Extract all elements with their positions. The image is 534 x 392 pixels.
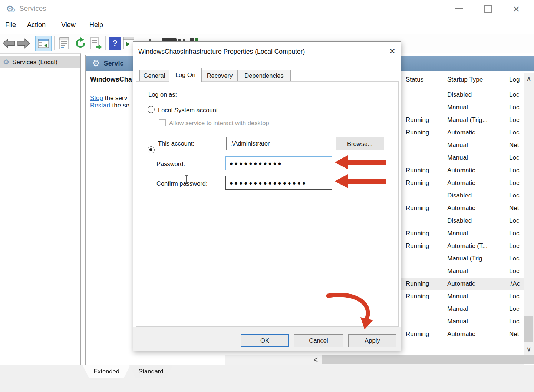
account-input[interactable]: .\Administrator <box>226 137 330 150</box>
tab-extended[interactable]: Extended <box>82 365 131 378</box>
cell-status: Running <box>406 202 445 215</box>
vertical-scrollbar[interactable]: ∧ ∨ <box>524 73 534 355</box>
cell-startup-type: Automatic <box>447 278 507 290</box>
cell-status: Running <box>406 164 445 177</box>
cell-log-on-as: Loc <box>509 315 524 328</box>
cancel-button[interactable]: Cancel <box>294 334 343 347</box>
password-input[interactable]: ●●●●●●●●●●● <box>225 156 332 170</box>
confirm-password-input[interactable]: ●●●●●●●●●●●●●●●● <box>225 176 332 190</box>
hidden-toolbar-button-sliver <box>183 39 185 41</box>
ok-button[interactable]: OK <box>241 334 289 347</box>
cell-startup-type: Manual <box>447 139 507 152</box>
status-bar-divider <box>477 381 477 392</box>
cell-status <box>406 189 445 202</box>
minimize-button[interactable] <box>455 8 463 9</box>
toolbar-separator <box>33 36 33 50</box>
cell-status <box>406 89 445 101</box>
apply-button[interactable]: Apply <box>348 334 396 347</box>
menu-help[interactable]: Help <box>89 21 103 29</box>
show-console-tree-icon[interactable] <box>35 36 52 51</box>
cell-log-on-as: Loc <box>509 126 524 139</box>
this-account-label: This account: <box>158 140 194 147</box>
window-title: Services <box>19 4 46 13</box>
tab-dependencies-label: Dependencies <box>244 72 284 79</box>
text-caret <box>284 159 284 167</box>
tab-recovery[interactable]: Recovery <box>202 70 237 82</box>
interact-desktop-checkbox[interactable] <box>159 119 166 126</box>
cell-status: Running <box>406 290 445 303</box>
hidden-toolbar-button-sliver <box>195 38 198 41</box>
confirm-password-label: Confirm password: <box>156 180 208 187</box>
maximize-button[interactable] <box>484 5 492 13</box>
stop-service-link[interactable]: Stop <box>90 94 103 102</box>
cell-status <box>406 101 445 114</box>
hidden-toolbar-button-sliver <box>149 39 151 41</box>
cell-log-on-as: Loc <box>509 303 524 315</box>
cell-status <box>406 265 445 278</box>
close-button[interactable]: × <box>513 2 520 16</box>
cell-startup-type: Manual <box>447 227 507 240</box>
export-list-icon[interactable] <box>89 37 103 50</box>
service-description-pane: WindowsCha Stop the serv Restart the se <box>90 76 133 187</box>
cell-startup-type: Manual (Trig... <box>447 114 507 126</box>
cell-log-on-as: Loc <box>509 227 524 240</box>
browse-button[interactable]: Browse... <box>336 137 384 150</box>
cancel-button-label: Cancel <box>309 337 328 344</box>
cell-startup-type: Automatic <box>447 328 507 340</box>
local-system-radio[interactable] <box>148 106 155 113</box>
tab-log-on[interactable]: Log On <box>169 68 202 82</box>
cell-log-on-as: Loc <box>509 152 524 164</box>
menu-file[interactable]: File <box>5 21 16 29</box>
banner-title: Servic <box>104 60 124 67</box>
tab-general[interactable]: General <box>139 70 169 82</box>
menu-action[interactable]: Action <box>27 21 46 29</box>
tab-recovery-label: Recovery <box>207 72 233 79</box>
cell-startup-type: Manual <box>447 265 507 278</box>
scroll-left-icon[interactable]: < <box>311 353 321 366</box>
horizontal-scrollbar[interactable]: < > <box>225 355 524 365</box>
cell-startup-type: Automatic <box>447 164 507 177</box>
back-icon[interactable] <box>2 37 16 49</box>
forward-icon[interactable] <box>17 37 31 49</box>
column-header-startup-type[interactable]: Startup Type <box>447 76 483 83</box>
tree-item-services-local[interactable]: ⚙ Services (Local) <box>0 56 80 68</box>
cell-log-on-as: Loc <box>509 164 524 177</box>
column-header-log-on-as[interactable]: Log <box>509 76 520 83</box>
cell-log-on-as: Net <box>509 328 524 340</box>
this-account-radio[interactable] <box>148 146 155 153</box>
refresh-icon[interactable] <box>73 37 88 50</box>
cell-startup-type: Automatic <box>447 126 507 139</box>
banner-gear-icon: ⚙ <box>92 58 100 69</box>
dialog-close-icon[interactable]: × <box>386 45 399 57</box>
selected-service-name: WindowsCha <box>90 76 133 83</box>
view-tab-strip: Extended Standard <box>0 365 534 379</box>
horizontal-scroll-thumb[interactable] <box>322 355 534 364</box>
column-separator <box>442 75 442 86</box>
cell-startup-type: Manual <box>447 290 507 303</box>
hidden-toolbar-button-sliver <box>190 38 194 41</box>
tab-standard[interactable]: Standard <box>129 365 173 378</box>
cell-log-on-as: Loc <box>509 114 524 126</box>
tab-dependencies[interactable]: Dependencies <box>237 70 291 82</box>
menu-view[interactable]: View <box>61 21 76 29</box>
help-icon[interactable]: ? <box>109 37 121 50</box>
log-on-tab-page: Log on as: Local System account Allow se… <box>136 81 399 327</box>
scroll-down-icon[interactable]: ∨ <box>524 344 534 354</box>
toolbar-separator <box>140 36 140 42</box>
dialog-footer: OK Cancel Apply <box>133 327 401 351</box>
tab-standard-label: Standard <box>139 368 164 375</box>
properties-icon[interactable] <box>57 37 71 50</box>
cell-startup-type: Disabled <box>447 189 507 202</box>
cell-log-on-as: Loc <box>509 265 524 278</box>
scroll-up-icon[interactable]: ∧ <box>524 74 534 83</box>
cell-startup-type: Disabled <box>447 215 507 227</box>
restart-service-link[interactable]: Restart <box>90 102 111 109</box>
cell-startup-type: Manual (Trig... <box>447 252 507 265</box>
vertical-scroll-thumb[interactable] <box>524 316 533 342</box>
column-header-status[interactable]: Status <box>406 76 423 83</box>
cell-startup-type: Manual <box>447 101 507 114</box>
cell-log-on-as: Loc <box>509 189 524 202</box>
properties-dialog: WindowsChaosInfrastructure Properties (L… <box>133 41 401 351</box>
cell-log-on-as: Loc <box>509 252 524 265</box>
cell-status <box>406 152 445 164</box>
